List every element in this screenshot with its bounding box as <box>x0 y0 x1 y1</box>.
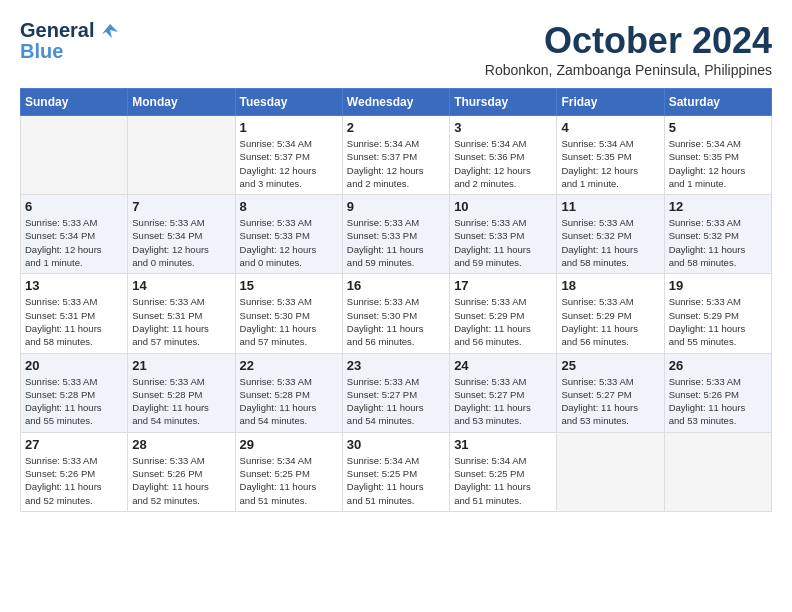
calendar-cell: 2Sunrise: 5:34 AM Sunset: 5:37 PM Daylig… <box>342 116 449 195</box>
calendar-cell: 30Sunrise: 5:34 AM Sunset: 5:25 PM Dayli… <box>342 432 449 511</box>
month-title: October 2024 <box>485 20 772 62</box>
day-detail: Sunrise: 5:33 AM Sunset: 5:33 PM Dayligh… <box>240 216 338 269</box>
day-number: 2 <box>347 120 445 135</box>
day-detail: Sunrise: 5:33 AM Sunset: 5:28 PM Dayligh… <box>25 375 123 428</box>
calendar-cell: 25Sunrise: 5:33 AM Sunset: 5:27 PM Dayli… <box>557 353 664 432</box>
calendar-cell: 26Sunrise: 5:33 AM Sunset: 5:26 PM Dayli… <box>664 353 771 432</box>
calendar-cell: 6Sunrise: 5:33 AM Sunset: 5:34 PM Daylig… <box>21 195 128 274</box>
calendar-week-row: 13Sunrise: 5:33 AM Sunset: 5:31 PM Dayli… <box>21 274 772 353</box>
calendar-cell <box>557 432 664 511</box>
column-header-wednesday: Wednesday <box>342 89 449 116</box>
calendar-cell: 23Sunrise: 5:33 AM Sunset: 5:27 PM Dayli… <box>342 353 449 432</box>
calendar-cell: 11Sunrise: 5:33 AM Sunset: 5:32 PM Dayli… <box>557 195 664 274</box>
calendar-cell <box>128 116 235 195</box>
day-detail: Sunrise: 5:33 AM Sunset: 5:30 PM Dayligh… <box>240 295 338 348</box>
day-number: 18 <box>561 278 659 293</box>
calendar-cell: 3Sunrise: 5:34 AM Sunset: 5:36 PM Daylig… <box>450 116 557 195</box>
logo-blue: Blue <box>20 40 63 63</box>
calendar-cell: 13Sunrise: 5:33 AM Sunset: 5:31 PM Dayli… <box>21 274 128 353</box>
calendar-cell <box>664 432 771 511</box>
calendar-cell: 29Sunrise: 5:34 AM Sunset: 5:25 PM Dayli… <box>235 432 342 511</box>
calendar-cell: 15Sunrise: 5:33 AM Sunset: 5:30 PM Dayli… <box>235 274 342 353</box>
page-header: General Blue October 2024 Robonkon, Zamb… <box>20 20 772 78</box>
logo-text: General <box>20 19 120 41</box>
day-detail: Sunrise: 5:33 AM Sunset: 5:28 PM Dayligh… <box>132 375 230 428</box>
calendar-cell: 27Sunrise: 5:33 AM Sunset: 5:26 PM Dayli… <box>21 432 128 511</box>
day-detail: Sunrise: 5:33 AM Sunset: 5:29 PM Dayligh… <box>454 295 552 348</box>
calendar-week-row: 20Sunrise: 5:33 AM Sunset: 5:28 PM Dayli… <box>21 353 772 432</box>
day-number: 17 <box>454 278 552 293</box>
day-number: 16 <box>347 278 445 293</box>
calendar-cell: 5Sunrise: 5:34 AM Sunset: 5:35 PM Daylig… <box>664 116 771 195</box>
column-header-tuesday: Tuesday <box>235 89 342 116</box>
logo: General Blue <box>20 20 120 63</box>
calendar-cell: 7Sunrise: 5:33 AM Sunset: 5:34 PM Daylig… <box>128 195 235 274</box>
day-number: 1 <box>240 120 338 135</box>
day-detail: Sunrise: 5:33 AM Sunset: 5:27 PM Dayligh… <box>347 375 445 428</box>
day-number: 9 <box>347 199 445 214</box>
calendar-cell: 31Sunrise: 5:34 AM Sunset: 5:25 PM Dayli… <box>450 432 557 511</box>
day-number: 15 <box>240 278 338 293</box>
day-number: 7 <box>132 199 230 214</box>
day-number: 31 <box>454 437 552 452</box>
calendar-week-row: 1Sunrise: 5:34 AM Sunset: 5:37 PM Daylig… <box>21 116 772 195</box>
day-detail: Sunrise: 5:33 AM Sunset: 5:32 PM Dayligh… <box>561 216 659 269</box>
day-detail: Sunrise: 5:33 AM Sunset: 5:26 PM Dayligh… <box>669 375 767 428</box>
calendar-cell: 4Sunrise: 5:34 AM Sunset: 5:35 PM Daylig… <box>557 116 664 195</box>
day-detail: Sunrise: 5:33 AM Sunset: 5:33 PM Dayligh… <box>347 216 445 269</box>
logo-bird-icon <box>100 22 120 42</box>
day-detail: Sunrise: 5:33 AM Sunset: 5:30 PM Dayligh… <box>347 295 445 348</box>
calendar-cell: 28Sunrise: 5:33 AM Sunset: 5:26 PM Dayli… <box>128 432 235 511</box>
title-block: October 2024 Robonkon, Zamboanga Peninsu… <box>485 20 772 78</box>
column-header-saturday: Saturday <box>664 89 771 116</box>
calendar-cell: 17Sunrise: 5:33 AM Sunset: 5:29 PM Dayli… <box>450 274 557 353</box>
svg-marker-0 <box>102 24 118 38</box>
day-number: 13 <box>25 278 123 293</box>
location-subtitle: Robonkon, Zamboanga Peninsula, Philippin… <box>485 62 772 78</box>
day-number: 26 <box>669 358 767 373</box>
day-detail: Sunrise: 5:34 AM Sunset: 5:37 PM Dayligh… <box>240 137 338 190</box>
calendar-cell: 22Sunrise: 5:33 AM Sunset: 5:28 PM Dayli… <box>235 353 342 432</box>
day-detail: Sunrise: 5:33 AM Sunset: 5:27 PM Dayligh… <box>561 375 659 428</box>
day-detail: Sunrise: 5:34 AM Sunset: 5:25 PM Dayligh… <box>454 454 552 507</box>
day-detail: Sunrise: 5:33 AM Sunset: 5:26 PM Dayligh… <box>132 454 230 507</box>
day-number: 10 <box>454 199 552 214</box>
calendar-week-row: 6Sunrise: 5:33 AM Sunset: 5:34 PM Daylig… <box>21 195 772 274</box>
day-number: 5 <box>669 120 767 135</box>
day-detail: Sunrise: 5:33 AM Sunset: 5:28 PM Dayligh… <box>240 375 338 428</box>
calendar-cell: 24Sunrise: 5:33 AM Sunset: 5:27 PM Dayli… <box>450 353 557 432</box>
calendar-cell: 16Sunrise: 5:33 AM Sunset: 5:30 PM Dayli… <box>342 274 449 353</box>
day-number: 12 <box>669 199 767 214</box>
day-number: 3 <box>454 120 552 135</box>
day-detail: Sunrise: 5:33 AM Sunset: 5:31 PM Dayligh… <box>25 295 123 348</box>
day-number: 19 <box>669 278 767 293</box>
column-header-monday: Monday <box>128 89 235 116</box>
calendar-cell: 20Sunrise: 5:33 AM Sunset: 5:28 PM Dayli… <box>21 353 128 432</box>
calendar-cell: 18Sunrise: 5:33 AM Sunset: 5:29 PM Dayli… <box>557 274 664 353</box>
calendar-cell: 21Sunrise: 5:33 AM Sunset: 5:28 PM Dayli… <box>128 353 235 432</box>
column-header-thursday: Thursday <box>450 89 557 116</box>
day-number: 30 <box>347 437 445 452</box>
day-number: 27 <box>25 437 123 452</box>
day-detail: Sunrise: 5:34 AM Sunset: 5:35 PM Dayligh… <box>561 137 659 190</box>
day-number: 11 <box>561 199 659 214</box>
day-detail: Sunrise: 5:34 AM Sunset: 5:36 PM Dayligh… <box>454 137 552 190</box>
calendar-cell: 1Sunrise: 5:34 AM Sunset: 5:37 PM Daylig… <box>235 116 342 195</box>
column-header-friday: Friday <box>557 89 664 116</box>
calendar-cell: 19Sunrise: 5:33 AM Sunset: 5:29 PM Dayli… <box>664 274 771 353</box>
calendar-cell: 14Sunrise: 5:33 AM Sunset: 5:31 PM Dayli… <box>128 274 235 353</box>
day-detail: Sunrise: 5:33 AM Sunset: 5:26 PM Dayligh… <box>25 454 123 507</box>
calendar-cell <box>21 116 128 195</box>
day-number: 29 <box>240 437 338 452</box>
day-detail: Sunrise: 5:34 AM Sunset: 5:37 PM Dayligh… <box>347 137 445 190</box>
column-header-sunday: Sunday <box>21 89 128 116</box>
day-detail: Sunrise: 5:34 AM Sunset: 5:25 PM Dayligh… <box>240 454 338 507</box>
day-number: 24 <box>454 358 552 373</box>
day-number: 4 <box>561 120 659 135</box>
day-detail: Sunrise: 5:33 AM Sunset: 5:31 PM Dayligh… <box>132 295 230 348</box>
day-detail: Sunrise: 5:33 AM Sunset: 5:33 PM Dayligh… <box>454 216 552 269</box>
calendar-cell: 8Sunrise: 5:33 AM Sunset: 5:33 PM Daylig… <box>235 195 342 274</box>
calendar-table: SundayMondayTuesdayWednesdayThursdayFrid… <box>20 88 772 512</box>
day-number: 25 <box>561 358 659 373</box>
day-number: 21 <box>132 358 230 373</box>
